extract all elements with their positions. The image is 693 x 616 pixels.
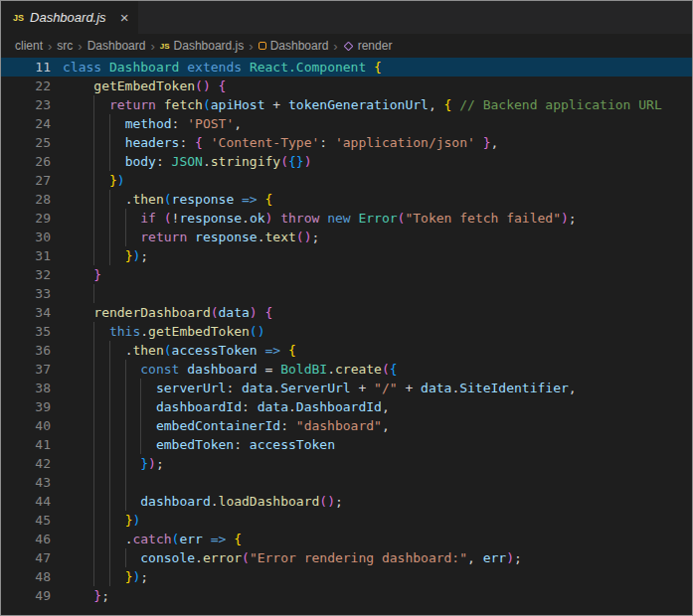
indent-guide: [109, 473, 110, 492]
code-line[interactable]: 25 headers: { 'Content-Type': 'applicati…: [1, 133, 692, 152]
line-number: 29: [1, 209, 51, 228]
code-text: embedToken: accessToken: [51, 435, 692, 454]
code-text: });: [51, 454, 692, 473]
code-line[interactable]: 28 .then(response => {: [1, 190, 692, 209]
code-line[interactable]: 27 }): [1, 171, 692, 190]
code-line[interactable]: 39 dashboardId: data.DashboardId,: [1, 397, 692, 416]
indent-guide: [109, 530, 110, 548]
code-text: .catch(err => {: [51, 530, 692, 548]
indent-guide: [109, 567, 110, 586]
code-line[interactable]: 40 embedContainerId: "dashboard",: [1, 416, 692, 435]
line-number: 31: [1, 246, 51, 265]
code-line[interactable]: 34 renderDashboard(data) {: [1, 303, 692, 322]
close-icon[interactable]: ×: [120, 10, 129, 25]
code-editor[interactable]: 11class Dashboard extends React.Componen…: [1, 58, 692, 615]
indent-guide: [93, 454, 94, 473]
line-number: 33: [1, 284, 51, 303]
line-number: 22: [1, 77, 51, 95]
code-line[interactable]: 46 .catch(err => {: [1, 530, 692, 548]
line-number: 32: [1, 265, 51, 284]
code-line[interactable]: 41 embedToken: accessToken: [1, 435, 692, 454]
breadcrumb-item-dashboard[interactable]: Dashboard: [259, 39, 329, 53]
indent-guide: [93, 416, 94, 435]
indent-guide: [93, 171, 94, 190]
indent-guide: [125, 379, 126, 397]
line-number: 24: [1, 114, 51, 133]
line-number: 37: [1, 360, 51, 379]
class-symbol-icon: [259, 42, 266, 50]
code-line[interactable]: 26 body: JSON.stringify({}): [1, 152, 692, 171]
code-text: console.error("Error rendering dashboard…: [51, 548, 692, 567]
indent-guide: [93, 133, 94, 152]
indent-guide: [125, 473, 126, 492]
breadcrumb-item-dashboard[interactable]: Dashboard: [87, 39, 146, 53]
indent-guide: [125, 397, 126, 416]
indent-guide: [93, 190, 94, 209]
code-line[interactable]: 44 dashboard.loadDashboard();: [1, 492, 692, 511]
breadcrumb-item-client[interactable]: client: [15, 39, 43, 53]
code-text: }): [51, 171, 692, 190]
line-number: 44: [1, 492, 51, 511]
breadcrumb-item-render[interactable]: render: [343, 39, 393, 53]
code-line[interactable]: 42 });: [1, 454, 692, 473]
breadcrumb-separator: ›: [78, 39, 82, 54]
line-number: 43: [1, 473, 51, 492]
indent-guide: [109, 114, 110, 133]
code-text: });: [51, 567, 692, 586]
code-line[interactable]: 29 if (!response.ok) throw new Error("To…: [1, 209, 692, 228]
line-number: 11: [1, 58, 51, 77]
code-text: .then(response => {: [51, 190, 692, 209]
indent-guide: [93, 152, 94, 171]
indent-guide: [93, 492, 94, 511]
code-line[interactable]: 38 serverUrl: data.ServerUrl + "/" + dat…: [1, 379, 692, 397]
line-number: 46: [1, 530, 51, 548]
code-line[interactable]: 30 return response.text();: [1, 228, 692, 246]
line-number: 38: [1, 379, 51, 397]
code-line[interactable]: 32 }: [1, 265, 692, 284]
code-line[interactable]: 22 getEmbedToken() {: [1, 77, 692, 95]
indent-guide: [93, 209, 94, 228]
tab-dashboard-js[interactable]: JS Dashboard.js ×: [1, 1, 138, 34]
code-line[interactable]: 45 }): [1, 511, 692, 530]
line-number: 25: [1, 133, 51, 152]
code-line[interactable]: 43: [1, 473, 692, 492]
line-number: 28: [1, 190, 51, 209]
code-text: return response.text();: [51, 228, 692, 246]
javascript-file-icon: JS: [160, 42, 170, 51]
indent-guide: [109, 416, 110, 435]
code-line[interactable]: 24 method: 'POST',: [1, 114, 692, 133]
code-line[interactable]: 23 return fetch(apiHost + tokenGeneratio…: [1, 95, 692, 114]
code-line[interactable]: 37 const dashboard = BoldBI.create({: [1, 360, 692, 379]
code-line[interactable]: 47 console.error("Error rendering dashbo…: [1, 548, 692, 567]
line-number: 35: [1, 322, 51, 341]
code-text: method: 'POST',: [51, 114, 692, 133]
breadcrumb-item-src[interactable]: src: [57, 39, 73, 53]
line-number: 45: [1, 511, 51, 530]
indent-guide: [109, 228, 110, 246]
code-line[interactable]: 35 this.getEmbedToken(): [1, 322, 692, 341]
indent-guide: [109, 548, 110, 567]
indent-guide: [109, 190, 110, 209]
line-number: 49: [1, 586, 51, 605]
code-text: });: [51, 246, 692, 265]
code-text: headers: { 'Content-Type': 'application/…: [51, 133, 692, 152]
indent-guide: [109, 379, 110, 397]
code-line[interactable]: 36 .then(accessToken => {: [1, 341, 692, 360]
breadcrumb-item-dashboard-js[interactable]: JSDashboard.js: [160, 39, 245, 53]
indent-guide: [109, 246, 110, 265]
indent-guide: [93, 548, 94, 567]
indent-guide: [140, 435, 141, 454]
indent-guide: [109, 435, 110, 454]
code-line[interactable]: 31 });: [1, 246, 692, 265]
breadcrumb-separator: ›: [48, 39, 52, 54]
code-line[interactable]: 49 };: [1, 586, 692, 605]
indent-guide: [109, 397, 110, 416]
indent-guide: [93, 473, 94, 492]
line-number: 27: [1, 171, 51, 190]
code-line[interactable]: 48 });: [1, 567, 692, 586]
code-line[interactable]: 33: [1, 284, 692, 303]
code-text: dashboardId: data.DashboardId,: [51, 397, 692, 416]
sticky-code-line[interactable]: 11class Dashboard extends React.Componen…: [1, 58, 692, 77]
line-number: 41: [1, 435, 51, 454]
indent-guide: [109, 341, 110, 360]
